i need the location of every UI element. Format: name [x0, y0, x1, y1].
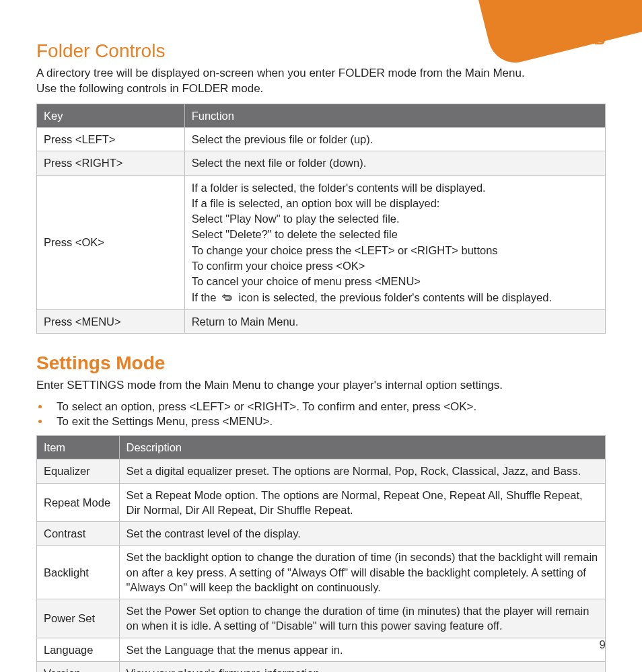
- func-cell: Select the previous file or folder (up).: [184, 128, 605, 151]
- ok-line: If a folder is selected, the folder's co…: [192, 180, 598, 195]
- item-cell: Repeat Mode: [37, 483, 120, 522]
- item-cell: Power Set: [37, 599, 120, 638]
- ok-line: If the icon is selected, the previous fo…: [192, 290, 598, 305]
- settings-bullets: To select an option, press <LEFT> or <RI…: [36, 400, 606, 428]
- item-cell: Equalizer: [37, 459, 120, 483]
- desc-cell: Set the Power Set option to change the d…: [119, 599, 605, 638]
- ok-line-suffix: icon is selected, the previous folder's …: [239, 291, 552, 303]
- folder-table-header-func: Function: [184, 104, 605, 127]
- table-row: Version View your player's firmware info…: [37, 661, 606, 672]
- desc-cell: Set a Repeat Mode option. The options ar…: [119, 483, 605, 522]
- back-folder-icon: [221, 291, 234, 301]
- table-row: Press <OK> If a folder is selected, the …: [37, 175, 606, 309]
- desc-cell: Set the backlight option to change the d…: [119, 546, 605, 599]
- folder-table-header-key: Key: [37, 104, 185, 127]
- language-badge: GB: [581, 30, 606, 48]
- table-row: Power Set Set the Power Set option to ch…: [37, 599, 606, 638]
- settings-bullet: To exit the Settings Menu, press <MENU>.: [50, 415, 606, 428]
- table-row: Press <LEFT> Select the previous file or…: [37, 128, 606, 151]
- desc-cell: Set a digital equalizer preset. The opti…: [119, 459, 605, 483]
- item-cell: Contrast: [37, 522, 120, 546]
- table-row: Press <RIGHT> Select the next file or fo…: [37, 151, 606, 175]
- ok-line: To change your choice press the <LEFT> o…: [192, 243, 598, 258]
- folder-intro: A directory tree will be displayed on-sc…: [36, 66, 606, 97]
- ok-line: If a file is selected, an option box wil…: [192, 196, 598, 211]
- table-row: Backlight Set the backlight option to ch…: [37, 546, 606, 599]
- folder-intro-line1: A directory tree will be displayed on-sc…: [36, 67, 525, 79]
- func-cell: Select the next file or folder (down).: [184, 151, 605, 175]
- ok-line: Select "Play Now" to play the selected f…: [192, 211, 598, 226]
- table-row: Equalizer Set a digital equalizer preset…: [37, 459, 606, 483]
- key-cell: Press <MENU>: [37, 309, 185, 333]
- table-row: Contrast Set the contrast level of the d…: [37, 522, 606, 546]
- ok-line: To cancel your choice of menu press <MEN…: [192, 274, 598, 289]
- key-cell: Press <OK>: [37, 175, 185, 309]
- page: GB Folder Controls A directory tree will…: [0, 0, 642, 672]
- folder-intro-line2: Use the following controls in FOLDER mod…: [36, 82, 263, 95]
- table-row: Press <MENU> Return to Main Menu.: [37, 309, 606, 333]
- settings-intro: Enter SETTINGS mode from the Main Menu t…: [36, 378, 606, 394]
- folder-controls-heading: Folder Controls: [36, 40, 606, 62]
- item-cell: Language: [37, 638, 120, 661]
- page-number: 9: [600, 638, 606, 652]
- settings-bullet: To select an option, press <LEFT> or <RI…: [50, 400, 606, 414]
- desc-cell: Set the Language that the menus appear i…: [119, 638, 605, 661]
- ok-line: Select "Delete?" to delete the selected …: [192, 227, 598, 241]
- settings-table-header-desc: Description: [119, 436, 605, 459]
- desc-cell: Set the contrast level of the display.: [119, 522, 605, 546]
- item-cell: Version: [37, 661, 120, 672]
- key-cell: Press <RIGHT>: [37, 151, 185, 175]
- ok-line-prefix: If the: [192, 291, 219, 303]
- folder-controls-table: Key Function Press <LEFT> Select the pre…: [36, 104, 606, 334]
- desc-cell: View your player's firmware information.: [119, 661, 605, 672]
- ok-line: To confirm your choice press <OK>: [192, 258, 598, 273]
- func-cell: If a folder is selected, the folder's co…: [184, 175, 605, 309]
- item-cell: Backlight: [37, 546, 120, 599]
- table-row: Repeat Mode Set a Repeat Mode option. Th…: [37, 483, 606, 522]
- func-cell: Return to Main Menu.: [184, 309, 605, 333]
- settings-mode-heading: Settings Mode: [36, 352, 606, 374]
- table-row: Language Set the Language that the menus…: [37, 638, 606, 661]
- settings-table: Item Description Equalizer Set a digital…: [36, 435, 606, 672]
- settings-table-header-item: Item: [37, 436, 120, 459]
- key-cell: Press <LEFT>: [37, 128, 185, 151]
